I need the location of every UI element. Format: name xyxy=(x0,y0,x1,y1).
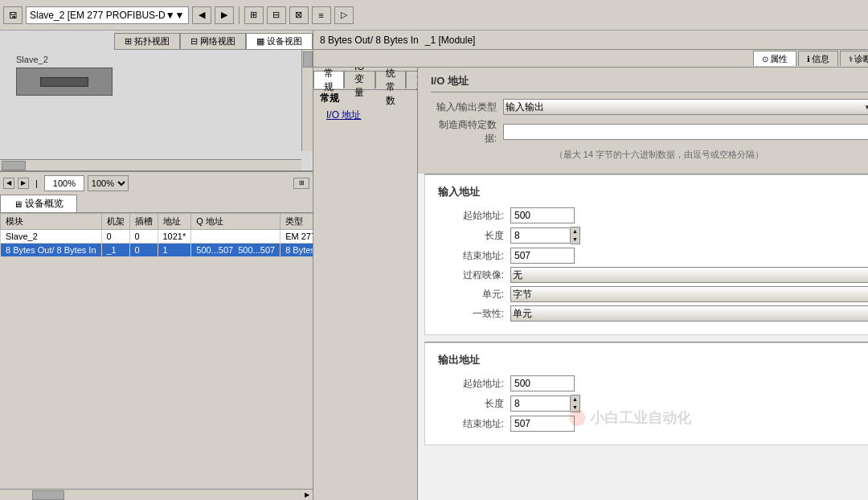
toolbar-btn-2[interactable]: ⊞ xyxy=(244,6,264,24)
input-process-select-wrapper: 无 xyxy=(510,267,868,283)
top-toolbar: 🖫 Slave_2 [EM 277 PROFIBUS-D▼ ▼ ◀ ▶ ⊞ ⊟ … xyxy=(0,0,868,31)
info-icon: ℹ xyxy=(807,55,810,64)
scroll-left[interactable]: ◀ xyxy=(3,178,14,189)
output-end-value[interactable] xyxy=(510,416,575,432)
prop-content-scroll[interactable]: I/O 地址 输入/输出类型 输入输出 制造商 xyxy=(418,68,868,500)
spinner-down[interactable]: ▼ xyxy=(571,236,579,244)
input-process-label: 过程映像: xyxy=(438,268,510,282)
toolbar-btn-3[interactable]: ⊟ xyxy=(267,6,286,24)
output-spinner-down[interactable]: ▼ xyxy=(571,404,579,412)
toolbar-btn-5[interactable]: ≡ xyxy=(312,6,331,24)
input-consistency-row: 一致性: 单元 xyxy=(438,305,868,322)
device-scroll-x[interactable]: ▶ xyxy=(0,489,313,500)
table-row[interactable]: Slave_2 0 0 1021* EM 277 PROFIB... xyxy=(1,230,313,244)
prop-tab-io[interactable]: IO 变量 xyxy=(344,71,375,88)
network-scroll-y[interactable] xyxy=(301,50,313,151)
zoom-input[interactable] xyxy=(44,175,84,191)
spinner-buttons: ▲ ▼ xyxy=(571,227,580,244)
scroll-right[interactable]: ▶ xyxy=(18,178,29,189)
hint-text: （最大 14 字节的十六进制数据，由逗号或空格分隔） xyxy=(431,149,868,161)
tab-device[interactable]: ▦ 设备视图 xyxy=(246,33,313,49)
network-view: ⊞ 拓扑视图 ⊟ 网络视图 ▦ 设备视图 Slave_2 xyxy=(0,31,313,171)
prop-sidebar-item-io[interactable]: I/O 地址 xyxy=(313,107,417,124)
prop-sidebar-section: 常规 xyxy=(313,90,417,107)
type-select[interactable]: 输入输出 xyxy=(503,99,868,115)
input-length-label: 长度 xyxy=(438,229,510,243)
table-row[interactable]: 8 Bytes Out/ 8 Bytes In _1 0 1 500...507… xyxy=(1,244,313,257)
device-dropdown[interactable]: Slave_2 [EM 277 PROFIBUS-D▼ ▼ xyxy=(26,6,189,24)
toolbar-btn-4[interactable]: ⊠ xyxy=(289,6,309,24)
output-spinner-buttons: ▲ ▼ xyxy=(571,395,580,412)
toolbar-icon-1[interactable]: 🖫 xyxy=(3,6,23,24)
attr-tab-diagnostics[interactable]: ⚕ 诊断 xyxy=(840,51,868,66)
col-type: 类型 xyxy=(280,214,313,230)
left-panel: ⊞ 拓扑视图 ⊟ 网络视图 ▦ 设备视图 Slave_2 xyxy=(0,31,313,500)
input-unit-label: 单元: xyxy=(438,288,510,301)
col-slot: 插槽 xyxy=(129,214,158,230)
input-start-row: 起始地址: xyxy=(438,207,868,223)
slave-device: Slave_2 xyxy=(16,55,113,96)
input-length-value[interactable] xyxy=(510,227,571,244)
output-length-row: 长度 ▲ ▼ xyxy=(438,395,868,412)
col-module: 模块 xyxy=(1,214,102,230)
input-length-row: 长度 ▲ ▼ xyxy=(438,227,868,244)
input-block-title: 输入地址 xyxy=(438,185,868,199)
output-address-block: 输出地址 起始地址: 长度 ▲ ▼ xyxy=(424,342,868,445)
tab-network[interactable]: ⊟ 网络视图 xyxy=(180,33,246,49)
diagnostics-icon: ⚕ xyxy=(849,55,853,64)
vendor-label: 制造商特定数据: xyxy=(431,118,503,145)
toolbar-sep-1 xyxy=(239,6,240,24)
device-tab[interactable]: 🖥 设备概览 xyxy=(0,195,77,212)
input-start-value[interactable] xyxy=(510,207,575,223)
prop-sidebar: 常规 IO 变量 系统常数 文本 常规 I/O 地址 xyxy=(313,68,418,500)
network-tabs-top: ⊞ 拓扑视图 ⊟ 网络视图 ▦ 设备视图 xyxy=(114,31,313,50)
col-rack: 机架 xyxy=(101,214,129,230)
slave-block xyxy=(16,68,113,96)
vendor-form-row: 制造商特定数据: xyxy=(431,118,868,145)
output-length-label: 长度 xyxy=(438,397,510,411)
input-consistency-select[interactable]: 单元 xyxy=(510,305,868,322)
toolbar-nav-btn[interactable]: ◀ xyxy=(192,6,211,24)
type-form-row: 输入/输出类型 输入输出 xyxy=(431,99,868,115)
fit-btn[interactable]: ⊞ xyxy=(293,178,309,189)
spinner-up[interactable]: ▲ xyxy=(571,227,579,236)
left-bottom-toolbar: ◀ ▶ | 100% ⊞ xyxy=(0,171,313,194)
input-length-spinner: ▲ ▼ xyxy=(510,227,580,244)
zoom-select[interactable]: 100% xyxy=(88,175,129,191)
input-start-label: 起始地址: xyxy=(438,209,510,223)
col-q-address: Q 地址 xyxy=(191,214,280,230)
attr-tab-properties[interactable]: ⊙ 属性 xyxy=(753,51,796,66)
prop-tab-sysconst[interactable]: 系统常数 xyxy=(375,71,406,88)
type-label: 输入/输出类型 xyxy=(431,100,503,114)
prop-content: I/O 地址 输入/输出类型 输入输出 制造商 xyxy=(418,68,868,500)
module-title-bar: 8 Bytes Out/ 8 Bytes In _1 [Module] xyxy=(313,31,868,50)
output-start-value[interactable] xyxy=(510,375,575,391)
vendor-input[interactable] xyxy=(503,124,868,140)
attr-tab-info[interactable]: ℹ 信息 xyxy=(798,51,838,66)
device-overview: 🖥 设备概览 模块 机架 插槽 地址 Q 地址 类型 xyxy=(0,194,313,500)
network-scroll-x[interactable] xyxy=(0,159,301,170)
output-end-row: 结束地址: xyxy=(438,416,868,432)
device-table-wrapper[interactable]: 模块 机架 插槽 地址 Q 地址 类型 Slave_2 0 0 xyxy=(0,213,313,489)
module-suffix: _1 [Module] xyxy=(425,35,476,46)
device-tab-bar: 🖥 设备概览 xyxy=(0,194,313,213)
input-address-block: 输入地址 起始地址: 长度 ▲ ▼ xyxy=(424,174,868,335)
toolbar-btn-6[interactable]: ▷ xyxy=(334,6,354,24)
tab-topology[interactable]: ⊞ 拓扑视图 xyxy=(114,33,180,49)
output-block-title: 输出地址 xyxy=(438,353,868,367)
input-unit-select-wrapper: 字节 xyxy=(510,286,868,302)
toolbar-nav-btn2[interactable]: ▶ xyxy=(215,6,234,24)
input-end-value[interactable] xyxy=(510,248,575,264)
output-length-value[interactable] xyxy=(510,395,571,412)
slave-label: Slave_2 xyxy=(16,55,113,64)
input-unit-row: 单元: 字节 xyxy=(438,286,868,302)
attr-tabs-bar: ⊙ 属性 ℹ 信息 ⚕ 诊断 ⊟ xyxy=(313,50,868,68)
output-spinner-up[interactable]: ▲ xyxy=(571,395,579,404)
middle-panel: 8 Bytes Out/ 8 Bytes In _1 [Module] ⊙ 属性… xyxy=(313,31,868,500)
input-process-select[interactable]: 无 xyxy=(510,267,868,283)
properties-layout: 常规 IO 变量 系统常数 文本 常规 I/O 地址 I/O 地址 输入/输 xyxy=(313,68,868,500)
prop-tab-general[interactable]: 常规 xyxy=(313,71,344,88)
input-unit-select[interactable]: 字节 xyxy=(510,286,868,302)
prop-tab-text[interactable]: 文本 xyxy=(406,71,418,88)
output-length-spinner: ▲ ▼ xyxy=(510,395,580,412)
